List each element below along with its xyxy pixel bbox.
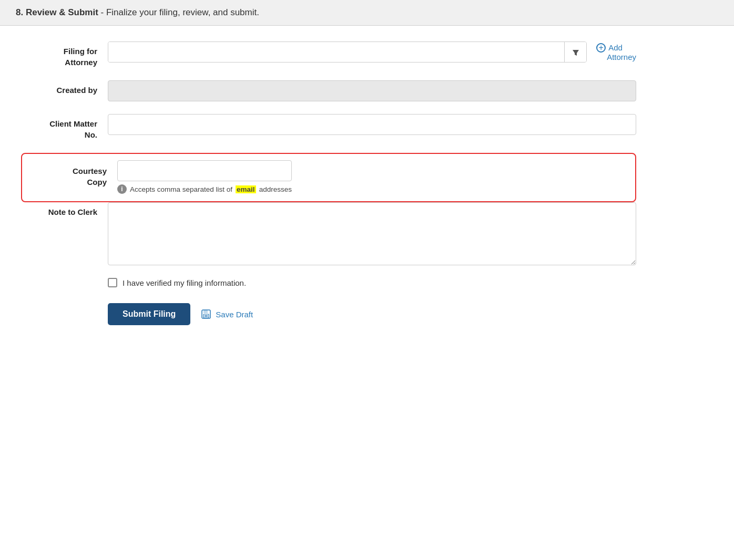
hint-suffix: addresses bbox=[259, 185, 292, 193]
verify-label: I have verified my filing information. bbox=[123, 278, 246, 287]
created-by-input bbox=[108, 80, 636, 101]
client-matter-row: Client Matter No. bbox=[21, 114, 636, 140]
filter-icon bbox=[572, 48, 580, 57]
attorney-select-wrapper bbox=[108, 42, 587, 63]
courtesy-copy-wrapper: i Accepts comma separated list of email … bbox=[117, 160, 292, 194]
courtesy-copy-section: Courtesy Copy i Accepts comma separated … bbox=[21, 153, 636, 202]
save-draft-label: Save Draft bbox=[216, 310, 253, 319]
page-container: 8. Review & Submit - Finalize your filin… bbox=[0, 0, 734, 560]
created-by-label: Created by bbox=[21, 80, 108, 96]
submit-filing-button[interactable]: Submit Filing bbox=[108, 303, 190, 325]
note-to-clerk-label: Note to Clerk bbox=[21, 202, 108, 217]
save-draft-link[interactable]: Save Draft bbox=[201, 309, 253, 319]
note-to-clerk-row: Note to Clerk bbox=[21, 202, 636, 265]
action-row: Submit Filing Save Draft bbox=[108, 303, 636, 325]
svg-marker-0 bbox=[573, 50, 579, 56]
add-attorney-line2: Attorney bbox=[607, 53, 636, 61]
header-bar: 8. Review & Submit - Finalize your filin… bbox=[0, 0, 734, 26]
hint-prefix: Accepts comma separated list of bbox=[130, 185, 232, 193]
attorney-input-group: + Add Attorney bbox=[108, 42, 636, 63]
info-icon: i bbox=[117, 184, 127, 194]
filter-button[interactable] bbox=[564, 42, 586, 63]
client-matter-label: Client Matter No. bbox=[21, 114, 108, 140]
filing-attorney-row: Filing for Attorney + bbox=[21, 42, 636, 68]
note-to-clerk-textarea[interactable] bbox=[108, 202, 636, 265]
courtesy-hint: i Accepts comma separated list of email … bbox=[117, 184, 292, 194]
client-matter-input[interactable] bbox=[108, 114, 636, 135]
courtesy-copy-controls: i Accepts comma separated list of email … bbox=[117, 160, 627, 194]
plus-icon: + bbox=[596, 43, 606, 53]
created-by-controls bbox=[108, 80, 636, 101]
svg-rect-3 bbox=[203, 314, 209, 318]
note-to-clerk-controls bbox=[108, 202, 636, 265]
step-label: 8. Review & Submit bbox=[16, 7, 98, 17]
courtesy-copy-input[interactable] bbox=[117, 160, 292, 181]
form-area: Filing for Attorney + bbox=[0, 26, 657, 346]
header-title: 8. Review & Submit - Finalize your filin… bbox=[16, 7, 259, 17]
add-attorney-line1: + Add bbox=[596, 43, 623, 53]
filing-attorney-controls: + Add Attorney bbox=[108, 42, 636, 63]
email-highlight: email bbox=[236, 185, 256, 193]
client-matter-controls bbox=[108, 114, 636, 135]
verify-checkbox[interactable] bbox=[108, 278, 117, 287]
save-draft-icon bbox=[201, 309, 211, 319]
courtesy-copy-label: Courtesy Copy bbox=[30, 160, 117, 188]
filing-attorney-label: Filing for Attorney bbox=[21, 42, 108, 68]
courtesy-inner-row: Courtesy Copy i Accepts comma separated … bbox=[30, 160, 627, 194]
created-by-row: Created by bbox=[21, 80, 636, 101]
svg-rect-2 bbox=[203, 310, 208, 313]
step-desc: - Finalize your filing, review, and subm… bbox=[98, 7, 259, 17]
add-attorney-link[interactable]: + Add Attorney bbox=[596, 43, 636, 61]
verify-row: I have verified my filing information. bbox=[108, 278, 636, 287]
attorney-select-input[interactable] bbox=[108, 42, 564, 62]
